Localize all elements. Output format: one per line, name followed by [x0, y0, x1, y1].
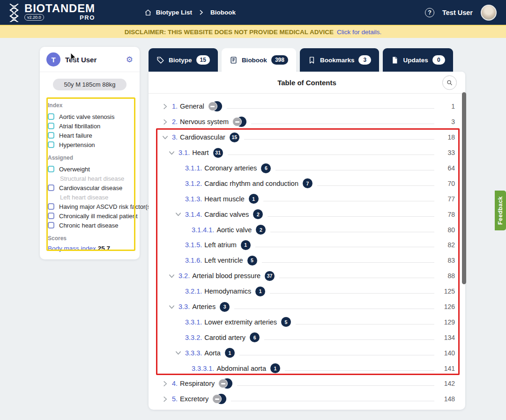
gear-icon[interactable]: ⚙ — [126, 56, 133, 64]
toc-label[interactable]: Coronary arteries — [204, 164, 257, 172]
tab-bookmarks[interactable]: Bookmarks3 — [300, 48, 380, 72]
toc-label[interactable]: Excretory — [180, 395, 208, 403]
user-avatar-photo[interactable] — [481, 5, 497, 21]
toc-label[interactable]: Arterial blood pressure — [192, 272, 260, 280]
checkbox-label: Having major ASCVD risk factor(s) — [59, 203, 152, 210]
toc-row[interactable]: 3.1.1.Coronary arteries664 — [149, 161, 455, 176]
tab-biobook[interactable]: Biobook398 — [222, 48, 296, 72]
patient-avatar[interactable]: T — [46, 52, 60, 66]
chevron-down-icon[interactable] — [168, 149, 179, 156]
toc-label[interactable]: Aorta — [204, 349, 221, 357]
toc-row[interactable]: 3.1.5.Left atrium182 — [149, 237, 455, 253]
sidebar-section-scores: ScoresBody mass index25.7 — [48, 235, 132, 252]
toc-label[interactable]: Left atrium — [204, 241, 237, 249]
chevron-down-icon[interactable] — [175, 349, 185, 356]
chevron-down-icon[interactable] — [175, 211, 185, 218]
toc-row[interactable]: 3.2.Arterial blood pressure3788 — [149, 268, 455, 284]
toc-label[interactable]: Abdominal aorta — [216, 365, 266, 372]
count-badge: 6 — [261, 163, 271, 173]
toc-label[interactable]: Respiratory — [180, 380, 215, 387]
toc-row[interactable]: 3.1.6.Left ventricle583 — [149, 253, 455, 268]
checkbox[interactable] — [48, 141, 54, 148]
toc-label[interactable]: Heart — [192, 149, 208, 156]
toc-label[interactable]: Arteries — [192, 303, 216, 310]
tab-biotype[interactable]: Biotype15 — [149, 48, 218, 72]
condition-row[interactable]: Having major ASCVD risk factor(s) — [48, 202, 132, 211]
chevron-right-icon[interactable] — [162, 396, 172, 403]
toc-label[interactable]: Carotid artery — [204, 334, 246, 341]
toc-header: Table of Contents — [149, 72, 465, 94]
toc-label[interactable]: General — [180, 103, 204, 110]
header-username[interactable]: Test User — [442, 9, 473, 16]
toc-label[interactable]: Cardiac rhythm and conduction — [204, 180, 298, 187]
scrollbar-thumb[interactable] — [462, 92, 466, 284]
toc-number: 3.1. — [179, 149, 190, 156]
breadcrumb-current[interactable]: Biobook — [210, 9, 236, 16]
page-number: 142 — [440, 380, 455, 387]
toc-number: 3.2.1. — [185, 287, 202, 295]
leader-line — [255, 247, 434, 247]
chevron-right-icon[interactable] — [162, 380, 172, 387]
page-title: Table of Contents — [277, 79, 336, 87]
feedback-button[interactable]: Feedback — [495, 191, 506, 230]
checkbox[interactable] — [48, 123, 54, 129]
condition-row[interactable]: Cardiovascular disease — [48, 183, 132, 192]
toc-row[interactable]: 3.1.4.1.Aortic valve280 — [149, 222, 455, 237]
toc-row[interactable]: 4.Respiratory142 — [149, 376, 455, 391]
toc-label[interactable]: Hemodynamics — [204, 287, 251, 295]
checkbox[interactable] — [48, 166, 54, 172]
toc-row[interactable]: 3.3.3.Aorta1140 — [149, 345, 455, 361]
count-badge: 15 — [230, 133, 239, 142]
toc-row[interactable]: 1.General1 — [149, 99, 455, 114]
toc-label[interactable]: Cardiovascular — [180, 133, 225, 141]
toc-label[interactable]: Left ventricle — [204, 257, 243, 264]
wordmark: BIOTANDEM v2.20.0 PRO — [24, 3, 95, 21]
home-icon[interactable] — [144, 9, 152, 16]
condition-row[interactable]: Atrial fibrillation — [48, 121, 132, 131]
page-number: 82 — [440, 241, 455, 249]
toc-row[interactable]: 3.3.Arteries3126 — [149, 299, 455, 315]
toc-label[interactable]: Aortic valve — [216, 226, 252, 234]
chevron-right-icon[interactable] — [162, 118, 172, 125]
toc-row[interactable]: 2.Nervous system3 — [149, 114, 455, 130]
condition-row[interactable]: Overweight — [48, 164, 132, 174]
toc-row[interactable]: 3.Cardiovascular1518 — [149, 130, 455, 145]
condition-row[interactable]: Hypertension — [48, 140, 132, 149]
toc-label[interactable]: Heart muscle — [204, 195, 244, 203]
toc-row[interactable]: 3.3.3.1.Abdominal aorta1141 — [149, 361, 455, 376]
toc-row[interactable]: 5.Excretory148 — [149, 391, 455, 407]
toc-row[interactable]: 3.1.Heart3133 — [149, 145, 455, 161]
help-icon[interactable]: ? — [425, 8, 434, 17]
disclaimer-details-link[interactable]: Click for details. — [337, 29, 381, 36]
checkbox[interactable] — [48, 222, 54, 228]
chevron-down-icon[interactable] — [168, 303, 179, 310]
condition-row[interactable]: Chronic heart disease — [48, 221, 132, 230]
toc-row[interactable]: 3.1.2.Cardiac rhythm and conduction770 — [149, 176, 455, 191]
toc-number: 3.3. — [179, 303, 190, 310]
checkbox[interactable] — [48, 113, 54, 120]
toc-label[interactable]: Lower extremity arteries — [204, 318, 277, 326]
condition-row[interactable]: Chronically ill medical patient — [48, 211, 132, 221]
condition-row[interactable]: Aortic valve stenosis — [48, 112, 132, 121]
checkbox[interactable] — [48, 184, 54, 191]
leader-line — [268, 216, 434, 217]
chevron-right-icon[interactable] — [162, 103, 172, 110]
breadcrumb-section[interactable]: Biotype List — [156, 9, 192, 16]
tab-updates[interactable]: Updates0 — [383, 48, 453, 72]
chevron-down-icon[interactable] — [162, 134, 172, 141]
checkbox[interactable] — [48, 132, 54, 139]
brand-logo[interactable]: BIOTANDEM v2.20.0 PRO — [7, 3, 95, 22]
search-button[interactable] — [442, 75, 457, 90]
condition-row[interactable]: Heart failure — [48, 131, 132, 140]
score-link[interactable]: Body mass index — [48, 245, 96, 252]
toc-row[interactable]: 3.1.3.Heart muscle177 — [149, 191, 455, 206]
toc-row[interactable]: 3.1.4.Cardiac valves278 — [149, 206, 455, 222]
checkbox[interactable] — [48, 213, 54, 219]
toc-row[interactable]: 3.3.2.Carotid artery6134 — [149, 330, 455, 345]
toc-row[interactable]: 3.2.1.Hemodynamics1125 — [149, 284, 455, 299]
toc-row[interactable]: 3.3.1.Lower extremity arteries5129 — [149, 314, 455, 330]
chevron-down-icon[interactable] — [168, 273, 179, 280]
toc-label[interactable]: Cardiac valves — [204, 211, 249, 218]
checkbox[interactable] — [48, 203, 54, 210]
toc-label[interactable]: Nervous system — [180, 118, 229, 125]
